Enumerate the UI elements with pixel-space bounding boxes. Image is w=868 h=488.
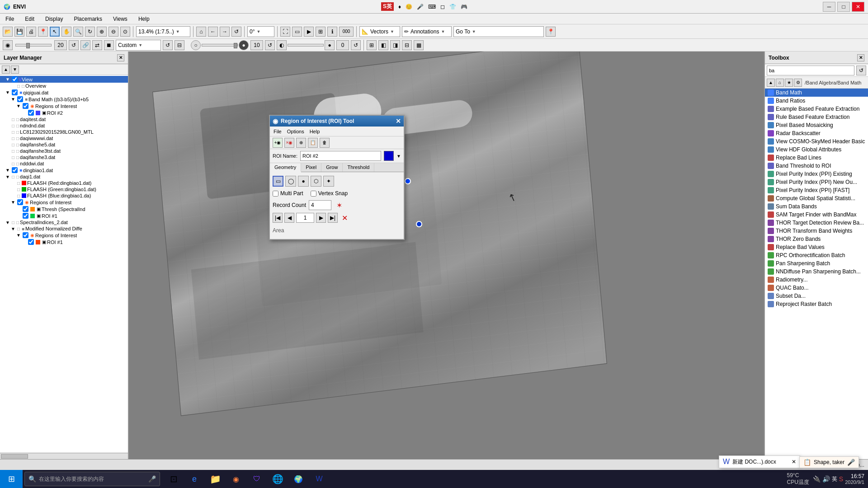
sogou-icon-1[interactable]: ♦	[398, 4, 401, 10]
toolbox-item-ppi-exist[interactable]: Pixel Purity Index (PPI) Existing	[765, 170, 868, 178]
zoom-slider[interactable]	[15, 44, 52, 47]
check-roi2[interactable]	[28, 110, 34, 116]
tree-item-roi1c[interactable]: ▣ ROI #1	[0, 239, 128, 245]
check-bandmath[interactable]	[17, 96, 23, 102]
print-btn[interactable]: 🖨	[26, 27, 36, 37]
annotations-dropdown[interactable]: ✏ Annotations ▼	[402, 26, 452, 37]
sync-btn[interactable]: ⇄	[92, 40, 102, 50]
check-roi-group2[interactable]	[17, 199, 23, 205]
menu-file[interactable]: File	[4, 15, 16, 23]
layer-add-btn[interactable]: ▲	[2, 66, 10, 74]
taskbar-chrome[interactable]: 🌐	[268, 470, 288, 488]
full-extent-btn[interactable]: ⛶	[280, 27, 290, 37]
tree-item-daqi1[interactable]: ▼ □ □ daqi1.dat	[0, 174, 128, 180]
refresh2-btn[interactable]: ↺	[69, 40, 79, 50]
zoom-in-btn[interactable]: ⊕	[97, 27, 107, 37]
expand-mndwi[interactable]: ▼	[11, 226, 16, 231]
back-btn[interactable]: ←	[208, 27, 218, 37]
toolbox-gear-btn[interactable]: ⚙	[794, 79, 802, 87]
taskbar-app6[interactable]: 🌍	[288, 470, 308, 488]
mic-icon[interactable]: 🎤	[148, 475, 156, 483]
roi-tool-merge[interactable]: ⊕	[296, 138, 306, 148]
rotation-dropdown[interactable]: 0° ▼	[247, 26, 274, 37]
geo-circle-btn[interactable]: ●	[298, 176, 309, 187]
sogou-icon-7[interactable]: 🎮	[461, 4, 467, 10]
info-btn[interactable]: ℹ	[327, 27, 337, 37]
expand-daqi1[interactable]: ▼	[5, 174, 11, 179]
tree-item-daqifanshe3tst[interactable]: □ □ daqifanshe3tst.dat	[0, 148, 128, 154]
taskbar-app4[interactable]: 🛡	[247, 470, 267, 488]
toolbox-item-pan-sharp[interactable]: Pan Sharpening Batch	[765, 259, 868, 267]
tree-item-thresh[interactable]: ▣ Thresh (SpectralInd	[0, 206, 128, 212]
forward-btn[interactable]: →	[220, 27, 230, 37]
roi-menu-help[interactable]: Help	[310, 129, 320, 134]
toolbox-item-radar-back[interactable]: Radar Backscatter	[765, 129, 868, 137]
menu-placemarks[interactable]: Placemarks	[72, 15, 104, 23]
toolbox-item-reproject[interactable]: Reproject Raster Batch	[765, 300, 868, 308]
toolbox-close-btn[interactable]: ✕	[857, 54, 864, 61]
tree-item-overview[interactable]: □ □ Overview	[0, 83, 128, 89]
tree-item-roi2[interactable]: ▣ ROI #2	[0, 109, 128, 116]
start-button[interactable]: ⊞	[0, 470, 23, 488]
toolbox-item-sum-data[interactable]: Sum Data Bands	[765, 202, 868, 211]
refresh3-btn[interactable]: ↺	[163, 40, 173, 50]
map-area[interactable]: ↗ ◉ Region of Interest (ROI) Tool ✕ File…	[129, 52, 764, 459]
roi-dialog[interactable]: ◉ Region of Interest (ROI) Tool ✕ File O…	[269, 115, 405, 240]
layer-tool-2[interactable]: ◧	[378, 40, 388, 50]
tree-item-ndndnd[interactable]: □ □ ndndnd.dat	[0, 122, 128, 129]
check-roi1b[interactable]	[23, 213, 28, 219]
tree-item-lc812[interactable]: □ □ LC81230292015298LGN00_MTL	[0, 129, 128, 135]
location-btn[interactable]: 📍	[546, 27, 556, 37]
vectors-dropdown[interactable]: 📐 Vectors ▼	[359, 26, 400, 37]
custom-dropdown[interactable]: Custom ▼	[116, 40, 161, 51]
cursor-btn[interactable]: ↖	[50, 27, 60, 37]
toolbox-star-btn[interactable]: ★	[785, 79, 793, 87]
geo-polygon-btn[interactable]: ⬡	[311, 176, 321, 187]
taskbar-word[interactable]: W	[309, 470, 329, 488]
layout-btn[interactable]: ⊟	[175, 40, 184, 50]
trans-circle2[interactable]: ●	[239, 40, 249, 50]
menu-edit[interactable]: Edit	[23, 15, 36, 23]
expand-dingbiao1[interactable]: ▼	[5, 168, 11, 173]
close-button[interactable]: ✕	[852, 2, 864, 12]
check-roi1c[interactable]	[28, 239, 34, 245]
menu-display[interactable]: Display	[43, 15, 65, 23]
roi-color-btn[interactable]	[384, 151, 394, 161]
tree-item-mndwi[interactable]: ▼ □ ■ Modified Normalized Diffe	[0, 225, 128, 232]
refresh-btn[interactable]: ↺	[231, 27, 241, 37]
geo-ellipse-btn[interactable]: ◯	[285, 176, 296, 187]
sogou-icon-4[interactable]: ⌨	[428, 4, 436, 10]
roi-tool-import[interactable]: 📋	[308, 138, 318, 148]
roi-tab-grow[interactable]: Grow	[321, 163, 343, 172]
tree-item-flaash-g[interactable]: □ FLAASH (Green:dingbiao1.dat)	[0, 186, 128, 192]
pin-btn[interactable]: 📍	[38, 27, 48, 37]
open-btn[interactable]: 📂	[3, 27, 13, 37]
expand-view[interactable]: ▼	[5, 77, 11, 82]
nav-prev-btn[interactable]: ◀	[284, 213, 294, 223]
toolbox-item-band-math[interactable]: Band Math	[765, 89, 868, 97]
tree-item-view[interactable]: ▼ V View	[0, 76, 128, 83]
toolbox-item-quac[interactable]: QUAC Bato...	[765, 284, 868, 292]
roi-menu-file[interactable]: File	[274, 129, 282, 134]
check-roi-group1[interactable]	[23, 103, 28, 109]
sharpen-slider[interactable]	[288, 44, 324, 47]
save-btn[interactable]: 💾	[14, 27, 24, 37]
toolbox-item-thor-zero[interactable]: THOR Zero Bands	[765, 235, 868, 243]
toolbox-item-rule-feat[interactable]: Rule Based Feature Extraction	[765, 113, 868, 121]
tree-item-bandmath[interactable]: ▼ ■ Band Math ((b3-b5)/(b3+b5	[0, 96, 128, 103]
roi-tool-trash[interactable]: 🗑	[320, 138, 330, 148]
check-view[interactable]	[12, 76, 18, 82]
roi-dialog-close-btn[interactable]: ✕	[396, 117, 401, 125]
taskbar-edge[interactable]: e	[184, 470, 204, 488]
maximize-button[interactable]: □	[837, 2, 850, 12]
toolbox-search-btn[interactable]: ↺	[856, 66, 866, 75]
minimize-button[interactable]: ─	[823, 2, 835, 12]
tree-item-roi-group2[interactable]: ▼ ◉ Regions of Interest	[0, 199, 128, 206]
taskbar-taskview[interactable]: ⊡	[164, 470, 184, 488]
zoom-100-btn[interactable]: 20	[54, 40, 67, 50]
sogou-icon-6[interactable]: 👕	[449, 4, 456, 10]
overview-btn[interactable]: ◉	[3, 40, 13, 50]
toolbox-item-band-ratios[interactable]: Band Ratios	[765, 97, 868, 105]
toolbox-item-thor-band[interactable]: THOR Transform Band Weights	[765, 227, 868, 235]
doc-popup-close[interactable]: ✕	[792, 459, 796, 465]
